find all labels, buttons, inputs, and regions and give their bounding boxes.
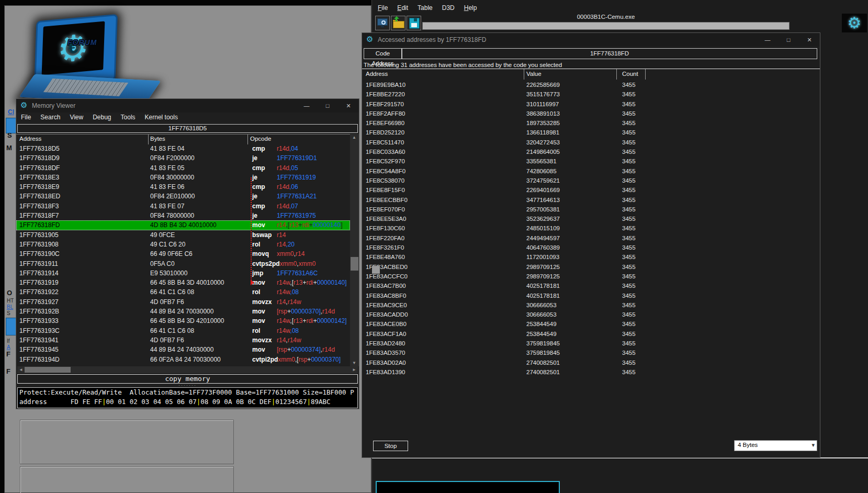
disasm-row[interactable]: 1FF776318ED0F84 2E010000je1FF77631A21: [16, 192, 350, 201]
disasm-row[interactable]: 1FF7763190549 0FCEbswapr14: [16, 230, 350, 240]
table-row[interactable]: 1FE83AC9CE03066660533455: [362, 300, 820, 310]
table-row[interactable]: 1FE8EE5E3A035236296373455: [362, 214, 820, 223]
column-divider[interactable]: [645, 69, 646, 80]
scroll-up-icon[interactable]: ▲: [352, 135, 356, 140]
menu-item-kernel-tools[interactable]: Kernel tools: [140, 113, 183, 122]
menu-item-debug[interactable]: Debug: [88, 113, 116, 122]
table-row[interactable]: 1FE8F130C6024850151093455: [362, 223, 820, 233]
disasm-row[interactable]: 1FF77631914E9 53010000jmp1FF77631A6C: [16, 268, 350, 278]
disasm-vertical-scrollbar[interactable]: ▲ ▼: [350, 134, 359, 366]
table-row[interactable]: 1FE8E8F15F022694016693455: [362, 185, 820, 195]
column-divider[interactable]: [247, 135, 248, 144]
table-row[interactable]: 1FE8EF070F029570053813455: [362, 205, 820, 214]
table-row[interactable]: 1FE8C51147032042724533455: [362, 138, 820, 147]
disasm-row[interactable]: 1FF7763193C66 41 C1 C6 08rolr14w,08: [16, 326, 350, 335]
disasm-row[interactable]: 1FF776318DF41 83 FE 05cmpr14d,05: [16, 163, 350, 173]
table-row[interactable]: 1FE83ACBED029897091253455: [362, 262, 820, 272]
disasm-header[interactable]: Address Bytes Opcode: [16, 134, 359, 144]
disasm-row[interactable]: 1FF776319414D 0FB7 F6movzxr14,r14w: [16, 335, 350, 345]
hexview-panel[interactable]: Protect:Execute/Read/Write AllocationBas…: [17, 387, 358, 408]
table-row[interactable]: 1FE83ACE0B02538445493455: [362, 319, 820, 329]
menu-item-view[interactable]: View: [65, 113, 88, 122]
disasm-row[interactable]: 1FF776319274D 0FB7 F6movzxr14,r14w: [16, 297, 350, 307]
close-button[interactable]: ✕: [799, 33, 820, 47]
table-row[interactable]: 1FE8EECBBF034771646133455: [362, 195, 820, 205]
splitter-handle[interactable]: ·······: [16, 384, 359, 387]
menu-item-edit[interactable]: Edit: [392, 3, 413, 13]
select-process-button[interactable]: [375, 16, 390, 30]
column-header-opcode[interactable]: Opcode: [250, 136, 271, 142]
table-row[interactable]: 1FE83AD139027400825013455: [362, 367, 820, 377]
table-row[interactable]: 1FE83ACF1A02538445493455: [362, 329, 820, 339]
table-row[interactable]: 1FE83AD248037598198453455: [362, 339, 820, 348]
column-header-value[interactable]: Value: [526, 71, 542, 77]
table-row[interactable]: 1FE83ACADD03066660533455: [362, 310, 820, 319]
minimize-button[interactable]: —: [757, 33, 778, 47]
menu-item-help[interactable]: Help: [459, 3, 482, 13]
menu-item-file[interactable]: File: [373, 3, 392, 13]
disasm-row[interactable]: 1FF7763194544 89 B4 24 74030000mov[rsp+0…: [16, 345, 350, 354]
column-divider[interactable]: [524, 69, 524, 80]
disasm-row[interactable]: 1FF7763191966 45 8B B4 3D 40010000movr14…: [16, 278, 350, 287]
table-row[interactable]: 1FE83AC7B0040251781813455: [362, 281, 820, 290]
column-header-address[interactable]: Address: [366, 71, 388, 77]
table-row[interactable]: 1FE83AD02A027400825013455: [362, 358, 820, 367]
scrollbar-thumb[interactable]: [351, 257, 358, 271]
scroll-left-icon[interactable]: ◄: [19, 367, 23, 372]
column-header-count[interactable]: Count: [622, 71, 638, 77]
table-row[interactable]: 1FE89E9BA1022625856693455: [362, 80, 820, 89]
stop-button[interactable]: Stop: [373, 441, 408, 451]
column-divider[interactable]: [148, 135, 149, 144]
table-row[interactable]: 1FE8C52F9703355653813455: [362, 156, 820, 166]
code-address-button[interactable]: Code Address: [364, 48, 402, 59]
disasm-row[interactable]: 1FF7763192266 41 C1 C6 08rolr14w,08: [16, 287, 350, 297]
scroll-down-icon[interactable]: ▼: [352, 361, 356, 365]
menu-item-file[interactable]: File: [16, 113, 36, 122]
column-header-bytes[interactable]: Bytes: [150, 136, 165, 142]
disasm-row-selected[interactable]: 1FF776318FD4D 8B B4 3D 40010000movr14,[r…: [16, 220, 350, 230]
table-row[interactable]: 1FE8F29157031011169973455: [362, 99, 820, 109]
disasm-row[interactable]: 1FF7763190849 C1 C6 20rolr14,20: [16, 240, 350, 249]
column-divider[interactable]: [616, 69, 617, 80]
disasm-row[interactable]: 1FF776318E30F84 30000000je1FF77631919: [16, 173, 350, 182]
accessed-titlebar[interactable]: ⚙ Accessed addresses by 1FF776318FD — □ …: [362, 33, 820, 47]
table-row[interactable]: 1FE8D25212013661189813455: [362, 128, 820, 137]
table-row[interactable]: 1FE8EF6698018973532853455: [362, 118, 820, 128]
disasm-row[interactable]: 1FF776318D541 83 FE 04cmpr14d,04: [16, 144, 350, 153]
maximize-button[interactable]: □: [317, 99, 338, 113]
menu-item-d3d[interactable]: D3D: [437, 3, 459, 13]
open-file-button[interactable]: [391, 16, 405, 30]
chevron-down-icon[interactable]: ▾: [811, 442, 815, 449]
scroll-right-icon[interactable]: ►: [352, 367, 356, 372]
minimize-button[interactable]: —: [296, 99, 317, 113]
disasm-row[interactable]: 1FF776318F70F84 78000000je1FF77631975: [16, 211, 350, 220]
table-row[interactable]: 1FE83ACCFC029897091253455: [362, 272, 820, 281]
table-row[interactable]: 1FE8E48A76011720010933455: [362, 252, 820, 262]
table-row[interactable]: 1FE8BE2722035151767733455: [362, 89, 820, 99]
table-row[interactable]: 1FE8F220FA024494945973455: [362, 233, 820, 243]
table-row[interactable]: 1FE8F2AFF8038638910133455: [362, 109, 820, 118]
table-row[interactable]: 1FE83AD357037598198453455: [362, 348, 820, 357]
disasm-horizontal-scrollbar[interactable]: ◄ ►: [17, 366, 358, 373]
disasm-row[interactable]: 1FF7763190C66 49 0F6E C6movqxmm0,r14: [16, 249, 350, 259]
table-row[interactable]: 1FE8C53807037247596213455: [362, 176, 820, 185]
accessed-list-header[interactable]: Address Value Count: [362, 69, 820, 80]
table-row[interactable]: 1FE8C54A8F07428060853455: [362, 166, 820, 176]
close-button[interactable]: ✕: [338, 99, 359, 113]
disasm-row[interactable]: 1FF776318D90F84 F2000000je1FF776319D1: [16, 153, 350, 163]
column-header-address[interactable]: Address: [19, 136, 41, 142]
menu-item-table[interactable]: Table: [413, 3, 437, 13]
scrollbar-thumb[interactable]: [25, 367, 71, 373]
disasm-row[interactable]: 1FF776318F341 83 FE 07cmpr14d,07: [16, 201, 350, 211]
disasm-row[interactable]: 1FF7763192B44 89 B4 24 70030000mov[rsp+0…: [16, 307, 350, 316]
disasm-row[interactable]: 1FF7763193366 45 8B B4 3D 42010000movr14…: [16, 316, 350, 326]
save-button[interactable]: [407, 16, 421, 30]
menu-item-tools[interactable]: Tools: [116, 113, 140, 122]
disasm-row[interactable]: 1FF776319110F5A C0cvtps2pdxmm0,xmm0: [16, 259, 350, 268]
value-type-combobox[interactable]: 4 Bytes ▾: [734, 440, 817, 451]
memory-viewer-titlebar[interactable]: ⚙ Memory Viewer — □ ✕: [16, 99, 359, 113]
table-row[interactable]: 1FE83AC8BF040251781813455: [362, 291, 820, 300]
disasm-row[interactable]: 1FF776318E941 83 FE 06cmpr14d,06: [16, 182, 350, 192]
code-address-input[interactable]: 1FF776318FD: [402, 48, 817, 59]
table-row[interactable]: 1FE8F3261F040647603893455: [362, 243, 820, 252]
